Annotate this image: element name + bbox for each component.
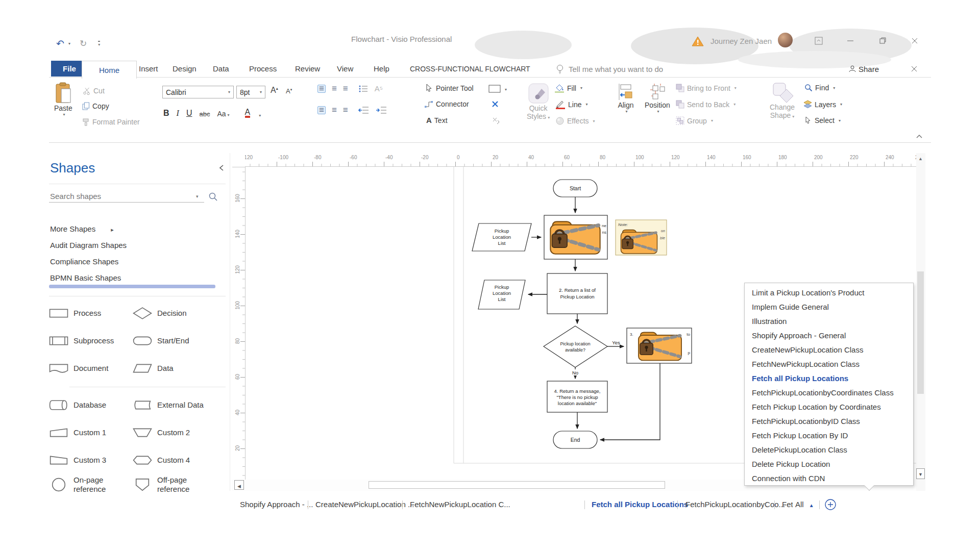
shape-custom-1[interactable]: Custom 1	[49, 427, 106, 439]
all-pages-button[interactable]: All ▲	[795, 500, 814, 509]
shape-decision[interactable]: Decision	[133, 307, 187, 319]
user-name[interactable]: Journey Zen Jaen	[710, 37, 772, 45]
popup-item[interactable]: Limit a Pickup Location's Product	[745, 286, 913, 300]
popup-item[interactable]: Connection with CDN	[745, 471, 913, 486]
shape-document[interactable]: Document	[49, 362, 108, 374]
search-input[interactable]	[49, 190, 204, 203]
group-button[interactable]: Group▾	[676, 116, 713, 125]
end-shape[interactable]: End	[553, 431, 597, 448]
collapse-panel-icon[interactable]	[218, 164, 225, 171]
popup-item[interactable]: Delete Pickup Location	[745, 457, 913, 471]
page-tab-fetch-new-pickup-location[interactable]: FetchNewPickupLocation C...	[410, 500, 510, 509]
line-button[interactable]: Line▾	[555, 99, 587, 109]
shape-off-page-reference[interactable]: Off-pagereference	[133, 475, 189, 494]
font-color-button[interactable]: A	[245, 108, 251, 118]
tab-cross-functional-flowchart[interactable]: CROSS-FUNCTIONAL FLOWCHART	[405, 61, 535, 77]
popup-item[interactable]: Implem Guide General	[745, 300, 913, 314]
change-shape-button[interactable]: Change Shape▾	[770, 82, 795, 119]
align-top-icon[interactable]: ≡	[317, 85, 326, 93]
tab-help[interactable]: Help	[369, 61, 395, 77]
align-center-icon[interactable]: ≡	[332, 107, 337, 114]
shape-custom-2[interactable]: Custom 2	[133, 427, 190, 439]
search-icon[interactable]	[208, 192, 218, 202]
position-button[interactable]: Position▾	[645, 83, 670, 114]
align-button[interactable]: Align▾	[617, 83, 635, 114]
shape-subprocess[interactable]: Subprocess	[49, 335, 114, 347]
effects-button[interactable]: Effects▾	[555, 116, 595, 126]
vertical-ruler[interactable]: 160 140 120 100 80 60 40 20 0	[232, 167, 246, 491]
connection-point-tool-icon[interactable]	[491, 116, 500, 124]
popup-item[interactable]: FetchPickupLocationbyID Class	[745, 414, 913, 429]
format-painter-button[interactable]: Format Painter	[82, 118, 140, 126]
tab-view[interactable]: View	[332, 61, 358, 77]
vertical-scrollbar[interactable]: ▲ ▼	[916, 153, 925, 491]
cut-button[interactable]: Cut	[83, 87, 105, 95]
data-shape-pickup-location-list-2[interactable]: Pickup Location List	[478, 280, 525, 309]
warning-icon[interactable]	[691, 36, 704, 47]
stencil-compliance[interactable]: Compliance Shapes	[50, 257, 118, 266]
align-left-icon[interactable]: ≡	[317, 106, 326, 114]
insert-page-icon[interactable]	[824, 498, 837, 511]
avatar[interactable]	[778, 33, 793, 47]
page-tab-shopify-approach[interactable]: Shopify Approach - ...	[240, 500, 313, 509]
font-color-dropdown-icon[interactable]: ▾	[259, 113, 261, 118]
shrink-font-button[interactable]: A▾	[286, 87, 292, 95]
bold-button[interactable]: B	[163, 109, 169, 118]
redo-icon[interactable]: ↻	[80, 39, 87, 48]
popup-item[interactable]: Shopify Approach - General	[745, 329, 913, 343]
tab-insert[interactable]: Insert	[134, 61, 163, 77]
stencil-audit-diagram[interactable]: Audit Diagram Shapes	[50, 241, 127, 249]
close-icon[interactable]	[911, 37, 919, 45]
search-dropdown-icon[interactable]: ▾	[196, 194, 199, 199]
stencil-bpmn-basic[interactable]: BPMN Basic Shapes	[50, 273, 121, 282]
customize-qat-icon[interactable]: ▾	[98, 41, 100, 47]
popup-item[interactable]: CreateNewPickupLocation Class	[745, 343, 913, 357]
share-button[interactable]: Share	[859, 65, 879, 73]
folder-lock-image[interactable]	[639, 332, 681, 360]
data-shape-pickup-location-list-1[interactable]: Pickup Location List	[472, 223, 531, 251]
page-tab-fetch-pickup-location-by-coordinates[interactable]: FetchPickupLocationbyCoo...	[685, 500, 785, 509]
shape-external-data[interactable]: External Data	[133, 399, 204, 411]
select-button[interactable]: Select▾	[804, 116, 841, 124]
scroll-up-icon[interactable]: ▲	[918, 156, 923, 161]
folder-lock-image[interactable]	[550, 221, 600, 254]
document-close-icon[interactable]	[911, 65, 918, 72]
tell-me-box[interactable]: Tell me what you want to do	[569, 65, 663, 73]
popup-item[interactable]: Fetch Pickup Location by Coordinates	[745, 400, 913, 414]
shape-start-end[interactable]: Start/End	[133, 335, 189, 347]
vertical-scroll-thumb[interactable]	[917, 271, 924, 394]
process-2-shape[interactable]: 2. Return a list of Pickup Location	[547, 273, 607, 314]
scroll-down-button[interactable]: ▼	[916, 468, 925, 479]
popup-item[interactable]: FetchPickupLocationbyCoordinates Class	[745, 386, 913, 400]
page-tab-create-new-pickup-location[interactable]: CreateNewPickupLocation ...	[315, 500, 414, 509]
minimize-icon[interactable]	[846, 37, 854, 45]
text-direction-icon[interactable]: A⁵	[375, 84, 383, 93]
folder-lock-image[interactable]	[621, 230, 657, 254]
tab-design[interactable]: Design	[167, 61, 202, 77]
copy-button[interactable]: Copy	[82, 102, 109, 110]
page-tab-truncated[interactable]: Fet	[782, 500, 793, 509]
find-button[interactable]: Find▾	[804, 84, 835, 92]
align-bottom-icon[interactable]: ≡	[343, 85, 348, 92]
process-4-shape[interactable]: 4. Return a message, "There is no pickup…	[547, 381, 607, 412]
paste-button[interactable]: Paste ▾	[54, 82, 72, 117]
horizontal-scroll-thumb[interactable]	[369, 481, 665, 489]
decrease-indent-icon[interactable]	[358, 106, 370, 114]
horizontal-ruler[interactable]: -120 -100 -80 -60 -40 -20 0 20 40 60 80 …	[232, 153, 916, 167]
change-case-button[interactable]: Aa▾	[217, 110, 229, 118]
rectangle-tool-dropdown-icon[interactable]: ▾	[505, 87, 507, 92]
align-right-icon[interactable]: ≡	[343, 107, 348, 114]
ribbon-display-options-icon[interactable]	[815, 37, 823, 45]
increase-indent-icon[interactable]	[376, 106, 387, 114]
shape-process[interactable]: Process	[49, 307, 101, 319]
process-3-shape[interactable]: 3. to p	[627, 328, 692, 363]
quick-styles-button[interactable]: Quick Styles▾	[527, 83, 550, 120]
page-tab-fetch-all-pickup-locations[interactable]: Fetch all Pickup Locations	[592, 500, 688, 509]
popup-item[interactable]: Illustration	[745, 314, 913, 329]
popup-item[interactable]: FetchNewPickupLocation Class	[745, 357, 913, 371]
bullets-icon[interactable]	[358, 85, 369, 93]
text-tool-button[interactable]: A Text	[426, 116, 448, 124]
note-shape[interactable]: Note: on ble	[616, 220, 667, 255]
undo-icon[interactable]: ↶	[56, 39, 64, 48]
tab-data[interactable]: Data	[208, 61, 234, 77]
